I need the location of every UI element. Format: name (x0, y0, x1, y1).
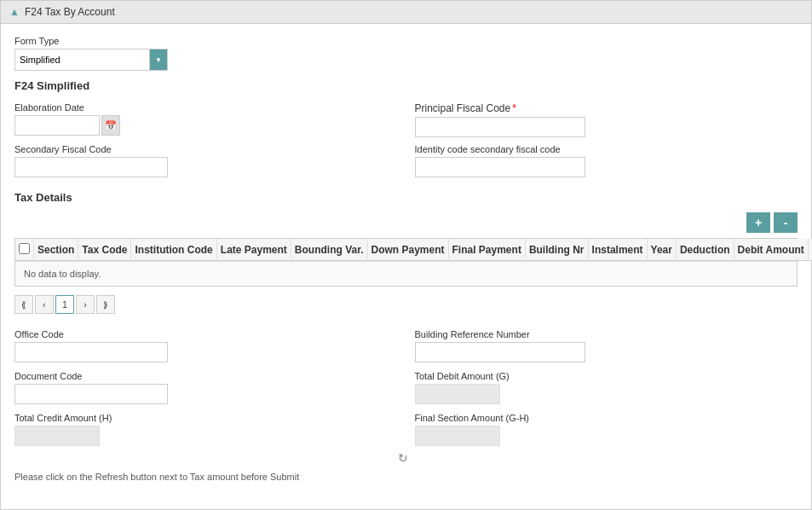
col-debit-amount: Debit Amount (734, 239, 808, 261)
total-credit-group: Total Credit Amount (H) (14, 413, 398, 446)
tax-table-container: Section Tax Code Institution Code Late P… (14, 238, 798, 287)
row-elaboration-principal: Elaboration Date 📅 Principal Fiscal Code… (14, 102, 798, 137)
final-section-label: Final Section Amount (G-H) (415, 413, 798, 423)
row-office-building: Office Code Building Reference Number (14, 329, 798, 362)
secondary-fiscal-code-label: Secondary Fiscal Code (14, 144, 398, 154)
total-debit-group: Total Debit Amount (G) (415, 371, 798, 404)
row-document-debit: Document Code Total Debit Amount (G) (14, 371, 798, 404)
elaboration-date-input[interactable] (14, 115, 100, 136)
window-icon: ▲ (9, 6, 20, 18)
form-type-select[interactable]: Simplified Ordinary (14, 49, 168, 71)
form-type-select-wrapper[interactable]: Simplified Ordinary (14, 49, 168, 71)
secondary-fiscal-code-group: Secondary Fiscal Code (14, 144, 398, 177)
pagination-next[interactable]: › (76, 295, 95, 314)
building-ref-input[interactable] (415, 342, 585, 362)
row-secondary-identity: Secondary Fiscal Code Identity code seco… (14, 144, 798, 177)
col-late-payment: Late Payment (216, 239, 291, 261)
f24-simplified-title: F24 Simplified (14, 79, 798, 92)
col-year: Year (647, 239, 676, 261)
calendar-icon[interactable]: 📅 (101, 115, 120, 136)
final-section-group: Final Section Amount (G-H) (415, 413, 798, 446)
col-building-nr: Building Nr (525, 239, 588, 261)
pagination-current: 1 (55, 295, 74, 314)
principal-fiscal-code-group: Principal Fiscal Code* (415, 102, 798, 137)
tax-table: Section Tax Code Institution Code Late P… (15, 239, 812, 261)
footer-note: Please click on the Refresh button next … (14, 472, 798, 482)
main-content: Form Type Simplified Ordinary F24 Simpli… (1, 24, 811, 494)
identity-code-group: Identity code secondary fiscal code (415, 144, 798, 177)
refresh-area: ↻ (14, 451, 798, 465)
no-data-message: No data to display. (15, 261, 797, 286)
office-code-input[interactable] (14, 342, 168, 362)
col-section: Section (34, 239, 78, 261)
col-tax-code: Tax Code (78, 239, 131, 261)
add-row-button[interactable]: + (746, 212, 770, 233)
elaboration-date-wrapper: 📅 (14, 115, 398, 136)
office-code-group: Office Code (14, 329, 398, 362)
building-ref-group: Building Reference Number (415, 329, 798, 362)
total-debit-input (415, 384, 500, 404)
col-instalment: Instalment (588, 239, 647, 261)
total-credit-label: Total Credit Amount (H) (14, 413, 398, 423)
building-ref-label: Building Reference Number (415, 329, 798, 339)
total-debit-label: Total Debit Amount (G) (415, 371, 798, 381)
secondary-fiscal-code-input[interactable] (14, 157, 168, 177)
pagination: ⟪ ‹ 1 › ⟫ (14, 292, 798, 317)
col-institution-code: Institution Code (131, 239, 216, 261)
refresh-icon[interactable]: ↻ (398, 451, 408, 465)
elaboration-date-group: Elaboration Date 📅 (14, 102, 398, 137)
identity-code-label: Identity code secondary fiscal code (415, 144, 798, 154)
document-code-label: Document Code (14, 371, 398, 381)
col-credit-amount: Credit Amount (808, 239, 812, 261)
window-title: F24 Tax By Account (25, 6, 115, 18)
title-bar: ▲ F24 Tax By Account (1, 1, 811, 24)
identity-code-input[interactable] (415, 157, 585, 177)
form-type-label: Form Type (14, 36, 798, 46)
document-code-input[interactable] (14, 384, 168, 404)
tax-details-section: Tax Details + - Section Tax Code Institu… (14, 191, 798, 317)
remove-row-button[interactable]: - (774, 212, 798, 233)
pagination-first[interactable]: ⟪ (14, 295, 33, 314)
bottom-section: Office Code Building Reference Number Do… (14, 329, 798, 465)
col-final-payment: Final Payment (448, 239, 525, 261)
principal-fiscal-code-label: Principal Fiscal Code* (415, 102, 798, 114)
required-indicator: * (512, 102, 516, 114)
form-type-section: Form Type Simplified Ordinary (14, 36, 798, 71)
col-deduction: Deduction (676, 239, 734, 261)
col-down-payment: Down Payment (367, 239, 448, 261)
table-header-row: Section Tax Code Institution Code Late P… (15, 239, 812, 261)
elaboration-date-label: Elaboration Date (14, 102, 398, 113)
principal-fiscal-code-input[interactable] (415, 117, 585, 137)
pagination-last[interactable]: ⟫ (96, 295, 115, 314)
select-all-checkbox[interactable] (19, 243, 30, 254)
total-credit-input (14, 426, 100, 446)
pagination-prev[interactable]: ‹ (35, 295, 54, 314)
col-bounding-var: Bounding Var. (291, 239, 367, 261)
toolbar: + - (14, 212, 798, 233)
col-checkbox (15, 239, 34, 261)
document-code-group: Document Code (14, 371, 398, 404)
tax-details-label: Tax Details (14, 191, 798, 204)
office-code-label: Office Code (14, 329, 398, 339)
row-credit-final: Total Credit Amount (H) Final Section Am… (14, 413, 798, 446)
final-section-input (415, 426, 500, 446)
main-window: ▲ F24 Tax By Account Form Type Simplifie… (0, 0, 812, 510)
